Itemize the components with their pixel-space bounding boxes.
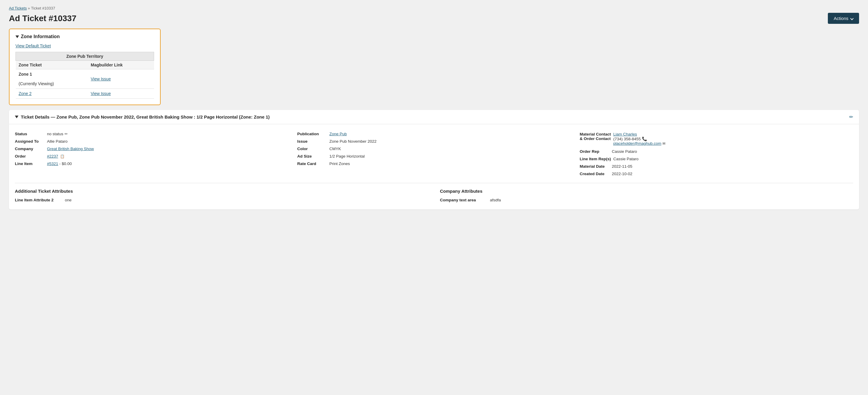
- order-link[interactable]: #2237: [47, 154, 58, 159]
- breadcrumb-current: Ticket #10337: [31, 6, 55, 10]
- attr-label: Line Item Attribute 2: [15, 198, 62, 202]
- copy-icon[interactable]: 📋: [60, 154, 65, 159]
- attr-value: one: [65, 198, 72, 202]
- ad-size-label: Ad Size: [297, 154, 327, 159]
- ticket-details-header: Ticket Details — Zone Pub, Zone Pub Nove…: [9, 110, 859, 124]
- edit-icon[interactable]: ✏: [849, 114, 853, 120]
- publication-item: Publication Zone Pub: [297, 130, 570, 138]
- order-item: Order #2237 📋: [15, 152, 288, 160]
- assigned-to-item: Assigned To Allie Pataro: [15, 138, 288, 145]
- assigned-to-label: Assigned To: [15, 139, 44, 144]
- ticket-details-title: Ticket Details — Zone Pub, Zone Pub Nove…: [15, 114, 270, 119]
- order-rep-item: Order Rep Cassie Pataro: [580, 148, 853, 155]
- line-item-reps-value: Cassie Pataro: [613, 157, 639, 161]
- color-value: CMYK: [329, 146, 341, 151]
- collapse-icon-details: [15, 116, 19, 118]
- company-label: Company: [15, 146, 44, 151]
- collapse-icon: [16, 35, 19, 38]
- material-contact-email: placeholder@maghub.com ✉: [613, 141, 666, 146]
- details-grid: Status no status ✏ Assigned To Allie Pat…: [15, 130, 853, 177]
- zone-table-row: Zone 1(Currently Viewing)View Issue: [16, 69, 154, 89]
- page-title: Ad Ticket #10337: [9, 14, 76, 23]
- section-divider: [15, 183, 853, 183]
- ad-size-item: Ad Size 1/2 Page Horizontal: [297, 152, 570, 160]
- issue-label: Issue: [297, 139, 327, 144]
- additional-attributes-title: Additional Ticket Attributes: [15, 189, 428, 194]
- company-attrs-list: Company text areaafsdfa: [440, 197, 853, 203]
- email-icon: ✉: [662, 141, 665, 146]
- created-date-value: 2022-10-02: [612, 172, 632, 176]
- material-contact-block: Material Contact& Order Contact Liam Cha…: [580, 130, 853, 148]
- additional-attrs-list: Line Item Attribute 2one: [15, 197, 428, 203]
- actions-button[interactable]: Actions: [828, 13, 859, 24]
- ticket-details-card: Ticket Details — Zone Pub, Zone Pub Nove…: [9, 110, 859, 209]
- created-date-label: Created Date: [580, 172, 610, 176]
- attributes-section: Additional Ticket Attributes Line Item A…: [15, 189, 853, 203]
- line-item-reps-item: Line Item Rep(s) Cassie Pataro: [580, 155, 853, 163]
- publication-label: Publication: [297, 132, 327, 136]
- zone-magbuilder-cell: View Issue: [88, 89, 154, 98]
- breadcrumb-parent-link[interactable]: Ad Tickets: [9, 6, 27, 10]
- detail-group-right: Material Contact& Order Contact Liam Cha…: [580, 130, 853, 177]
- order-value: #2237 📋: [47, 154, 65, 159]
- zone-info-card: Zone Information View Default Ticket Zon…: [9, 29, 161, 105]
- material-contact-phone: (734) 358-8455 📞: [613, 136, 666, 141]
- color-label: Color: [297, 146, 327, 151]
- material-contact-label: Material Contact& Order Contact: [580, 132, 611, 141]
- breadcrumb: Ad Tickets » Ticket #10337: [9, 6, 859, 10]
- view-issue-link[interactable]: View Issue: [91, 77, 111, 81]
- zone-ticket-cell: Zone 1(Currently Viewing): [16, 69, 88, 89]
- line-item-link[interactable]: #5321: [47, 162, 58, 166]
- status-item: Status no status ✏: [15, 130, 288, 138]
- additional-ticket-attributes: Additional Ticket Attributes Line Item A…: [15, 189, 428, 203]
- zone-magbuilder-cell: View Issue: [88, 69, 154, 89]
- line-item-item: Line Item #5321 - $0.00: [15, 160, 288, 167]
- line-item-label: Line Item: [15, 162, 44, 166]
- additional-attr-item: Line Item Attribute 2one: [15, 197, 428, 203]
- company-attributes-title: Company Attributes: [440, 189, 853, 194]
- issue-value: Zone Pub November 2022: [329, 139, 376, 144]
- ticket-details-body: Status no status ✏ Assigned To Allie Pat…: [9, 124, 859, 209]
- assigned-to-value: Allie Pataro: [47, 139, 67, 144]
- zone-ticket-col-header: Zone Ticket: [16, 61, 88, 69]
- detail-group-left: Status no status ✏ Assigned To Allie Pat…: [15, 130, 288, 177]
- zone-ticket-link[interactable]: Zone 2: [19, 91, 32, 96]
- rate-card-item: Rate Card Print Zones: [297, 160, 570, 167]
- order-label: Order: [15, 154, 44, 159]
- publication-link[interactable]: Zone Pub: [329, 132, 347, 136]
- company-link[interactable]: Great British Baking Show: [47, 146, 94, 151]
- phone-icon: 📞: [642, 136, 647, 141]
- ad-size-value: 1/2 Page Horizontal: [329, 154, 365, 159]
- zone-info-section-title: Zone Information: [16, 34, 154, 39]
- material-date-value: 2022-11-05: [612, 164, 632, 169]
- company-value: Great British Baking Show: [47, 146, 94, 151]
- company-attributes: Company Attributes Company text areaafsd…: [440, 189, 853, 203]
- rate-card-label: Rate Card: [297, 162, 327, 166]
- view-default-ticket-link[interactable]: View Default Ticket: [16, 44, 154, 48]
- line-item-value: #5321 - $0.00: [47, 162, 72, 166]
- company-item: Company Great British Baking Show: [15, 145, 288, 152]
- color-item: Color CMYK: [297, 145, 570, 152]
- page-header: Ad Ticket #10337 Actions: [9, 13, 859, 24]
- status-edit-icon[interactable]: ✏: [65, 132, 68, 136]
- issue-item: Issue Zone Pub November 2022: [297, 138, 570, 145]
- order-rep-label: Order Rep: [580, 149, 610, 154]
- zone-pub-territory-header: Zone Pub Territory: [16, 52, 154, 61]
- zone-table-row: Zone 2View Issue: [16, 89, 154, 98]
- magbuilder-link-col-header: Magbuilder Link: [88, 61, 154, 69]
- line-item-price: - $0.00: [59, 162, 72, 166]
- company-attr-item: Company text areaafsdfa: [440, 197, 853, 203]
- status-label: Status: [15, 132, 44, 136]
- view-issue-link[interactable]: View Issue: [91, 91, 111, 96]
- zone-ticket-cell: Zone 2: [16, 89, 88, 98]
- attr-value: afsdfa: [490, 198, 501, 202]
- material-contact-email-link[interactable]: placeholder@maghub.com: [613, 141, 661, 146]
- material-contact-name[interactable]: Liam Charles: [613, 132, 637, 136]
- order-rep-value: Cassie Pataro: [612, 149, 637, 154]
- breadcrumb-separator: »: [28, 6, 30, 10]
- actions-label: Actions: [834, 16, 848, 21]
- rate-card-value: Print Zones: [329, 162, 350, 166]
- line-item-reps-label: Line Item Rep(s): [580, 157, 611, 161]
- detail-group-middle: Publication Zone Pub Issue Zone Pub Nove…: [297, 130, 570, 177]
- attr-label: Company text area: [440, 198, 488, 202]
